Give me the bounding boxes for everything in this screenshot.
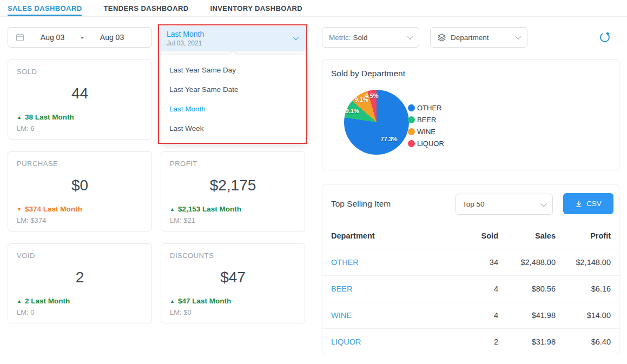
legend-item-liquor[interactable]: LIQUOR <box>408 137 444 149</box>
stat-trend: ▲ 38 Last Month <box>17 113 143 121</box>
tab-inventory-dashboard[interactable]: INVENTORY DASHBOARD <box>210 0 303 16</box>
layers-icon <box>437 33 446 42</box>
menu-item-last-week[interactable]: Last Week <box>160 118 306 138</box>
stat-value: $47 <box>170 269 296 286</box>
profit-cell: $2,148.00 <box>556 258 611 267</box>
tab-tenders-dashboard[interactable]: TENDERS DASHBOARD <box>103 0 188 16</box>
period-selected-date: Jul 03, 2021 <box>167 39 300 48</box>
stat-last-month-value: LM: 6 <box>17 124 143 133</box>
trend-text: 2 Last Month <box>25 297 70 305</box>
stat-trend: ▲ 2 Last Month <box>17 297 143 305</box>
stat-last-month-value: LM: $374 <box>17 216 143 224</box>
sales-cell: $41.98 <box>498 311 556 320</box>
stat-label: VOID <box>17 252 143 260</box>
table-row: OTHER 34 $2,488.00 $2,148.00 <box>322 249 619 275</box>
metric-select-label: Metric: <box>329 34 351 42</box>
date-end[interactable]: Aug 03 <box>88 33 136 42</box>
refresh-button[interactable] <box>598 30 612 44</box>
stat-label: PROFIT <box>170 160 296 168</box>
legend-dot <box>408 116 415 123</box>
metric-select[interactable]: Metric: Sold <box>322 27 419 48</box>
sales-cell: $80.56 <box>498 284 556 293</box>
legend-item-beer[interactable]: BEER <box>408 114 444 125</box>
refresh-icon <box>598 31 612 44</box>
date-range-picker[interactable]: Aug 03 - Aug 03 <box>8 27 152 48</box>
legend-item-other[interactable]: OTHER <box>408 102 444 114</box>
chevron-down-icon <box>540 200 546 206</box>
department-link-beer[interactable]: BEER <box>331 284 450 293</box>
pie-slice-label-beer: 9.1% <box>345 108 359 114</box>
stat-card-purchase: PURCHASE $0 ▼ $374 Last Month LM: $374 <box>8 151 152 231</box>
pie-chart[interactable] <box>344 90 409 155</box>
department-link-liquor[interactable]: LIQUOR <box>331 337 450 346</box>
date-separator: - <box>77 33 88 42</box>
column-header-sales: Sales <box>498 231 556 240</box>
profit-cell: $6.16 <box>556 284 611 293</box>
date-start[interactable]: Aug 03 <box>28 33 77 42</box>
stat-last-month-value: LM: $0 <box>170 308 296 316</box>
legend-label: WINE <box>417 128 435 136</box>
grouping-select[interactable]: Department <box>430 27 527 48</box>
stat-label: PURCHASE <box>17 160 143 168</box>
csv-export-button[interactable]: CSV <box>563 193 613 214</box>
legend-item-wine[interactable]: WINE <box>408 125 444 137</box>
trend-down-icon: ▼ <box>17 207 22 212</box>
trend-text: $47 Last Month <box>178 297 231 305</box>
legend-label: LIQUOR <box>417 140 444 148</box>
stat-label: SOLD <box>17 68 143 76</box>
dashboard-tabbar: SALES DASHBOARD TENDERS DASHBOARD INVENT… <box>0 0 627 17</box>
stat-card-sold: SOLD 44 ▲ 38 Last Month LM: 6 <box>8 59 152 140</box>
period-dropdown-menu: Last Year Same Day Last Year Same Date L… <box>160 55 306 143</box>
sold-by-department-card: Sold by Department 77.3% 9.1% 9.1% 4.5% … <box>322 59 619 170</box>
stat-card-discounts: DISCOUNTS $47 ▲ $47 Last Month LM: $0 <box>161 243 305 323</box>
calendar-icon <box>15 32 25 42</box>
stat-value: 44 <box>17 85 143 102</box>
pie-section-title: Sold by Department <box>331 69 405 78</box>
table-row: WINE 4 $41.98 $14.00 <box>322 302 619 328</box>
profit-cell: $14.00 <box>556 311 611 320</box>
sold-cell: 34 <box>450 258 498 267</box>
table-row: LIQUOR 2 $31.98 $6.40 <box>322 328 619 355</box>
trend-up-icon: ▲ <box>17 299 22 304</box>
stat-card-void: VOID 2 ▲ 2 Last Month LM: 0 <box>8 243 152 323</box>
sales-cell: $2,488.00 <box>498 258 556 267</box>
stat-value: $0 <box>17 177 143 194</box>
stat-last-month-value: LM: $21 <box>170 216 296 224</box>
menu-item-last-year-same-day[interactable]: Last Year Same Day <box>160 60 306 80</box>
column-header-sold: Sold <box>450 231 498 240</box>
grouping-select-value: Department <box>451 34 489 42</box>
top-range-select[interactable]: Top 50 <box>456 194 553 215</box>
trend-text: $2,153 Last Month <box>178 205 241 213</box>
trend-text: $374 Last Month <box>25 205 82 213</box>
chevron-down-icon <box>515 34 521 39</box>
sold-cell: 4 <box>450 284 498 293</box>
stat-value: $2,175 <box>170 177 296 194</box>
trend-up-icon: ▲ <box>17 115 22 120</box>
sales-cell: $31.98 <box>498 337 556 346</box>
stat-value: 2 <box>17 269 143 286</box>
menu-item-last-month[interactable]: Last Month <box>160 99 306 118</box>
legend-dot <box>408 104 415 111</box>
legend-label: BEER <box>417 116 436 124</box>
legend-dot <box>408 140 415 147</box>
sold-cell: 2 <box>450 337 498 346</box>
trend-up-icon: ▲ <box>170 299 175 304</box>
menu-item-last-year-same-date[interactable]: Last Year Same Date <box>160 80 306 99</box>
table-header-row: Department Sold Sales Profit <box>322 222 619 249</box>
pie-slice-label-other: 77.3% <box>380 136 397 142</box>
download-icon <box>575 200 583 208</box>
period-select[interactable]: Last Month Jul 03, 2021 <box>160 26 307 51</box>
tab-sales-dashboard[interactable]: SALES DASHBOARD <box>8 0 82 16</box>
stat-trend: ▲ $2,153 Last Month <box>170 205 296 213</box>
period-selected-label: Last Month <box>167 29 300 39</box>
top-selling-item-card: Top Selling Item Top 50 CSV Department <box>322 184 619 354</box>
top-selling-title: Top Selling Item <box>331 199 391 209</box>
csv-button-label: CSV <box>586 200 602 208</box>
top-range-value: Top 50 <box>463 200 485 208</box>
stat-last-month-value: LM: 0 <box>17 308 143 316</box>
department-link-wine[interactable]: WINE <box>331 311 450 320</box>
top-selling-header: Top Selling Item Top 50 CSV <box>322 184 619 222</box>
trend-up-icon: ▲ <box>170 207 175 212</box>
department-link-other[interactable]: OTHER <box>331 258 450 267</box>
table-row: BEER 4 $80.56 $6.16 <box>322 275 619 302</box>
